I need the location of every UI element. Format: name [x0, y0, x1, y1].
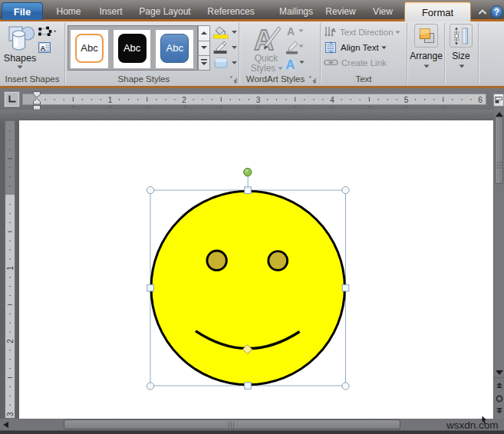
svg-text:6: 6 [478, 96, 483, 104]
svg-text:3: 3 [6, 412, 15, 416]
svg-text:2: 2 [182, 96, 186, 104]
svg-text:5: 5 [404, 96, 409, 104]
svg-text:4: 4 [330, 96, 334, 104]
svg-text:3: 3 [256, 96, 261, 104]
svg-text:2: 2 [6, 339, 15, 344]
svg-text:A: A [331, 27, 336, 34]
svg-text:1: 1 [6, 265, 15, 270]
svg-text:1: 1 [108, 96, 113, 104]
